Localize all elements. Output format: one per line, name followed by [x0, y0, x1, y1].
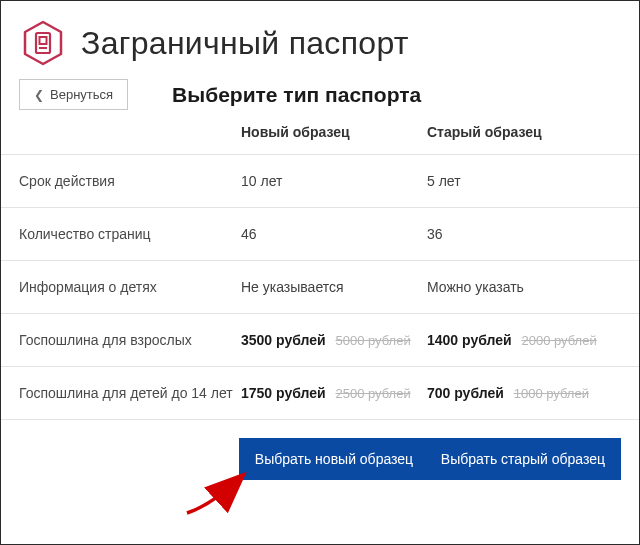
subtitle: Выберите тип паспорта	[172, 83, 421, 107]
actions-row: Выбрать новый образец Выбрать старый обр…	[1, 419, 639, 480]
row-label: Срок действия	[19, 173, 241, 189]
cell-new: 46	[241, 226, 427, 242]
back-button[interactable]: ❮ Вернуться	[19, 79, 128, 110]
passport-icon	[19, 19, 67, 67]
header: Заграничный паспорт	[1, 1, 639, 77]
table-row: Госпошлина для взрослых 3500 рублей 5000…	[1, 313, 639, 366]
cell-old: 700 рублей 1000 рублей	[427, 385, 621, 401]
cell-old: Можно указать	[427, 279, 621, 295]
column-header-old: Старый образец	[427, 124, 621, 140]
svg-rect-2	[40, 37, 47, 44]
price-current: 3500 рублей	[241, 332, 326, 348]
cell-new: 3500 рублей 5000 рублей	[241, 332, 427, 348]
cell-old: 36	[427, 226, 621, 242]
chevron-left-icon: ❮	[34, 88, 44, 102]
cell-old: 5 лет	[427, 173, 621, 189]
row-label: Госпошлина для взрослых	[19, 332, 241, 348]
price-current: 1750 рублей	[241, 385, 326, 401]
table-header: Новый образец Старый образец	[1, 124, 639, 154]
price-strikethrough: 1000 рублей	[514, 386, 589, 401]
price-strikethrough: 5000 рублей	[335, 333, 410, 348]
back-button-label: Вернуться	[50, 87, 113, 102]
price-current: 700 рублей	[427, 385, 504, 401]
choose-old-button[interactable]: Выбрать старый образец	[425, 438, 621, 480]
table-row: Количество страниц 46 36	[1, 207, 639, 260]
row-label: Количество страниц	[19, 226, 241, 242]
row-label: Информация о детях	[19, 279, 241, 295]
choose-new-button[interactable]: Выбрать новый образец	[239, 438, 429, 480]
column-header-new: Новый образец	[241, 124, 427, 140]
price-strikethrough: 2000 рублей	[521, 333, 596, 348]
sub-header-row: ❮ Вернуться Выберите тип паспорта	[1, 79, 639, 110]
table-row: Госпошлина для детей до 14 лет 1750 рубл…	[1, 366, 639, 419]
comparison-table: Новый образец Старый образец Срок действ…	[1, 124, 639, 480]
cell-old: 1400 рублей 2000 рублей	[427, 332, 621, 348]
cell-new: 10 лет	[241, 173, 427, 189]
cell-new: Не указывается	[241, 279, 427, 295]
table-row: Информация о детях Не указывается Можно …	[1, 260, 639, 313]
row-label: Госпошлина для детей до 14 лет	[19, 385, 241, 401]
cell-new: 1750 рублей 2500 рублей	[241, 385, 427, 401]
price-strikethrough: 2500 рублей	[335, 386, 410, 401]
table-row: Срок действия 10 лет 5 лет	[1, 154, 639, 207]
page-title: Заграничный паспорт	[81, 25, 409, 62]
price-current: 1400 рублей	[427, 332, 512, 348]
